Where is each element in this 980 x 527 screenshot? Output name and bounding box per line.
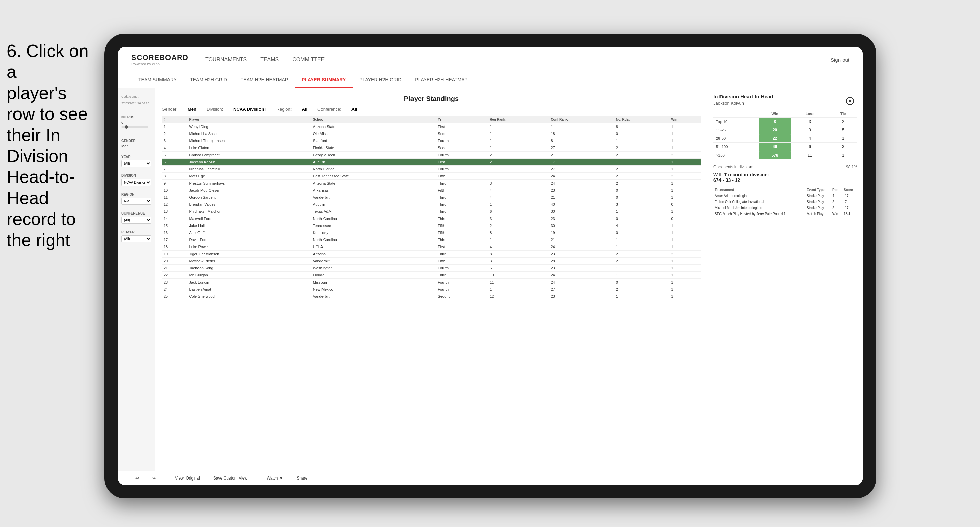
table-row[interactable]: 16 Alex Goff Kentucky Fifth 8 19 0 1: [162, 229, 701, 237]
cell-player: Tiger Christiansen: [188, 251, 311, 258]
table-row[interactable]: 2 Michael La Sasse Ole Miss Second 1 18 …: [162, 130, 701, 137]
table-row[interactable]: 4 Luke Claton Florida State Second 1 27 …: [162, 144, 701, 152]
cell-win: 1: [669, 279, 701, 286]
conference-select[interactable]: (All): [121, 216, 151, 224]
watch-btn[interactable]: Watch ▼: [262, 474, 287, 482]
table-row[interactable]: 11 Gordon Sargent Vanderbilt Third 4 21 …: [162, 194, 701, 201]
logo-subtitle: Powered by clippi: [131, 62, 188, 66]
cell-rds: 2: [614, 258, 669, 265]
cell-num: 16: [162, 229, 188, 237]
table-row[interactable]: 1 Wenyi Ding Arizona State First 1 1 8 1: [162, 123, 701, 130]
cell-school: Arizona: [311, 251, 436, 258]
sub-nav-team-h2h-grid[interactable]: TEAM H2H GRID: [183, 72, 234, 88]
table-row[interactable]: 20 Matthew Riedel Vanderbilt Fifth 3 28 …: [162, 258, 701, 265]
year-select[interactable]: (All): [121, 160, 151, 167]
nav-tournaments[interactable]: TOURNAMENTS: [205, 54, 247, 65]
region-filter-label: Region:: [277, 107, 292, 112]
table-row[interactable]: 25 Cole Sherwood Vanderbilt Second 12 23…: [162, 293, 701, 300]
table-row[interactable]: 5 Christo Lampracht Georgia Tech Fourth …: [162, 152, 701, 159]
cell-yr: Third: [436, 180, 488, 187]
sub-nav-player-h2h-grid[interactable]: PLAYER H2H GRID: [353, 72, 408, 88]
h2h-close-button[interactable]: ✕: [846, 97, 854, 105]
cell-rds: 0: [614, 229, 669, 237]
nav-teams[interactable]: TEAMS: [260, 54, 279, 65]
nav-committee[interactable]: COMMITTEE: [292, 54, 325, 65]
table-row[interactable]: 9 Preston Summerhays Arizona State Third…: [162, 180, 701, 187]
player-select[interactable]: (All): [121, 235, 151, 243]
region-select[interactable]: N/a: [121, 198, 151, 205]
table-row[interactable]: 12 Brendan Valdes Auburn Third 1 40 3 0: [162, 201, 701, 208]
cell-school: Tennessee: [311, 222, 436, 229]
logo-area: SCOREBOARD Powered by clippi: [131, 53, 188, 66]
gender-filter-value: Men: [188, 107, 196, 112]
left-sidebar: Update time: 27/03/2024 16:56:26 No Rds.…: [118, 88, 155, 471]
cell-yr: Third: [436, 272, 488, 279]
cell-reg: 1: [488, 286, 549, 293]
cell-reg: 2: [488, 159, 549, 166]
table-row[interactable]: 21 Taehoon Song Washington Fourth 6 23 1…: [162, 265, 701, 272]
no-rds-slider[interactable]: [121, 126, 148, 128]
cell-yr: Second: [436, 293, 488, 300]
cell-yr: Second: [436, 144, 488, 152]
cell-num: 21: [162, 265, 188, 272]
filters-row: Gender: Men Division: NCAA Division I Re…: [162, 107, 701, 112]
table-row[interactable]: 23 Jack Lundin Missouri Fourth 11 24 0 1: [162, 279, 701, 286]
cell-conf: 21: [549, 237, 614, 243]
undo-btn[interactable]: ↩: [131, 474, 143, 482]
cell-win: 0: [669, 215, 701, 222]
cell-rds: 0: [614, 279, 669, 286]
cell-player: Michael Thorbjornsen: [188, 137, 311, 144]
redo-btn[interactable]: ↪: [148, 474, 160, 482]
table-row[interactable]: 6 Jackson Koivun Auburn First 2 17 1 1: [162, 159, 701, 166]
cell-num: 19: [162, 251, 188, 258]
share-btn[interactable]: Share: [293, 474, 312, 482]
cell-conf: 19: [549, 229, 614, 237]
division-select[interactable]: NCAA Division I: [121, 179, 151, 186]
cell-conf: 40: [549, 201, 614, 208]
col-player: Player: [188, 116, 311, 123]
sidebar-conference: Conference (All): [121, 211, 151, 224]
view-original-btn[interactable]: View: Original: [171, 474, 204, 482]
table-row[interactable]: 8 Mats Ege East Tennessee State Fifth 1 …: [162, 173, 701, 180]
table-row[interactable]: 7 Nicholas Gabrelcik North Florida Fourt…: [162, 166, 701, 173]
cell-school: North Florida: [311, 166, 436, 173]
cell-num: 4: [162, 144, 188, 152]
sub-nav-team-summary[interactable]: TEAM SUMMARY: [131, 72, 183, 88]
tourney-score: -7: [842, 199, 858, 205]
save-custom-btn[interactable]: Save Custom View: [209, 474, 251, 482]
tourney-pos: 4: [831, 193, 842, 199]
sub-nav-player-summary[interactable]: PLAYER SUMMARY: [295, 72, 353, 88]
cell-num: 6: [162, 159, 188, 166]
nav-right: Sign out: [831, 57, 849, 63]
cell-player: Preston Summerhays: [188, 180, 311, 187]
table-row[interactable]: 22 Ian Gilligan Florida Third 10 24 1 1: [162, 272, 701, 279]
cell-reg: 1: [488, 201, 549, 208]
table-row[interactable]: 24 Bastien Amat New Mexico Fourth 1 27 2…: [162, 286, 701, 293]
table-row[interactable]: 15 Jake Hall Tennessee Fifth 2 30 4 1: [162, 222, 701, 229]
gender-value: Men: [121, 144, 151, 148]
table-row[interactable]: 10 Jacob Mou-Olesen Arkansas Fifth 4 23 …: [162, 187, 701, 194]
table-row[interactable]: 17 David Ford North Carolina Third 1 21 …: [162, 237, 701, 243]
table-row[interactable]: 18 Luke Powell UCLA First 4 24 1 1: [162, 243, 701, 251]
cell-rds: 1: [614, 237, 669, 243]
sign-out-btn[interactable]: Sign out: [831, 57, 849, 63]
division-filter-value: NCAA Division I: [233, 107, 266, 112]
table-row[interactable]: 19 Tiger Christiansen Arizona Third 8 23…: [162, 251, 701, 258]
tourney-score: -17: [842, 193, 858, 199]
cell-yr: Fifth: [436, 173, 488, 180]
cell-player: Gordon Sargent: [188, 194, 311, 201]
table-row[interactable]: 3 Michael Thorbjornsen Stanford Fourth 1…: [162, 137, 701, 144]
save-custom-label: Save Custom View: [213, 476, 247, 481]
table-row[interactable]: 13 Phichaksn Maichon Texas A&M Third 6 3…: [162, 208, 701, 215]
cell-reg: 8: [488, 229, 549, 237]
sub-nav-team-h2h-heatmap[interactable]: TEAM H2H HEATMAP: [234, 72, 295, 88]
cell-reg: 1: [488, 144, 549, 152]
cell-reg: 1: [488, 166, 549, 173]
cell-win: 1: [669, 229, 701, 237]
cell-school: Vanderbilt: [311, 293, 436, 300]
sub-nav-player-h2h-heatmap[interactable]: PLAYER H2H HEATMAP: [408, 72, 474, 88]
cell-conf: 23: [549, 187, 614, 194]
cell-yr: Fourth: [436, 286, 488, 293]
cell-reg: 4: [488, 243, 549, 251]
table-row[interactable]: 14 Maxwell Ford North Carolina Third 3 2…: [162, 215, 701, 222]
